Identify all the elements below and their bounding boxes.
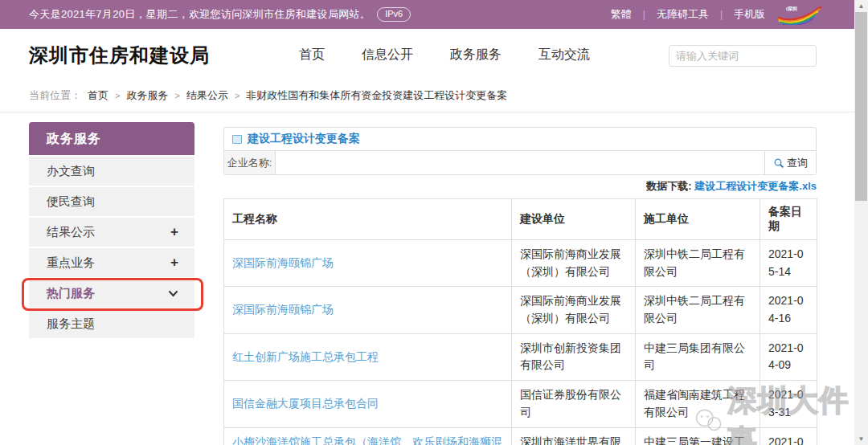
breadcrumb-separator: >: [235, 91, 240, 100]
sidebar-item-label: 结果公示: [47, 225, 95, 240]
breadcrumb-results[interactable]: 结果公示: [186, 88, 228, 103]
builder-unit-cell: 深圳中铁二局工程有限公司: [636, 287, 760, 333]
builder-unit-cell: 福建省闽南建筑工程有限公司: [636, 381, 760, 427]
company-name-input[interactable]: [276, 151, 764, 174]
sidebar-item-label: 便民查询: [47, 194, 95, 210]
welcome-text: 今天是2021年7月20日，星期二，欢迎您访问深圳市住房和建设局网站。: [29, 7, 371, 22]
breadcrumb-home[interactable]: 首页: [88, 88, 108, 103]
scroll-up-arrow-icon[interactable]: ▲: [854, 0, 868, 12]
download-row: 数据下载: 建设工程设计变更备案.xls: [223, 179, 817, 195]
divider-line: [0, 112, 868, 112]
separator: |: [720, 9, 723, 20]
col-builder-unit: 施工单位: [636, 199, 760, 240]
nav-home[interactable]: 首页: [299, 47, 325, 63]
magnifier-icon: [773, 157, 784, 169]
table-row: 深国际前海颐锦广场 深国际前海商业发展（深圳）有限公司 深圳中铁二局工程有限公司…: [224, 287, 817, 333]
site-search-input[interactable]: [676, 50, 817, 62]
query-button-label: 查询: [787, 156, 808, 170]
panel-header: 建设工程设计变更备案 企业名称: 查询: [223, 127, 817, 175]
topbar-links: 繁體 | 无障碍工具 | 手机版 i深圳: [611, 4, 823, 25]
plus-icon: +: [170, 255, 178, 271]
company-name-field-wrap: [276, 151, 764, 174]
site-search-box: [669, 45, 817, 67]
nav-government-services[interactable]: 政务服务: [450, 47, 502, 63]
col-construction-unit: 建设单位: [512, 199, 636, 240]
breadcrumb-current: 非财政性国有和集体所有资金投资建设工程设计变更备案: [246, 88, 507, 103]
records-table: 工程名称 建设单位 施工单位 备案日期 深国际前海颐锦广场 深国际前海商业发展（…: [223, 198, 817, 445]
sidebar-item-service-topics[interactable]: 服务主题: [29, 309, 194, 338]
construction-unit-cell: 深圳市海洋世界有限公司: [512, 427, 636, 445]
download-label: 数据下载:: [646, 180, 691, 192]
company-name-label: 企业名称:: [224, 151, 276, 174]
breadcrumb-label: 当前位置：: [29, 88, 81, 103]
builder-unit-cell: 中建三局集团有限公司: [636, 333, 760, 380]
accessibility-tools-link[interactable]: 无障碍工具: [657, 7, 709, 22]
panel-title-row: 建设工程设计变更备案: [224, 128, 816, 150]
sidebar-item-label: 重点业务: [47, 255, 95, 271]
panel-title: 建设工程设计变更备案: [248, 132, 360, 146]
sidebar-item-key-business[interactable]: 重点业务 +: [29, 248, 194, 277]
construction-unit-cell: 深圳市创新投资集团有限公司: [512, 333, 636, 380]
sidebar-item-document-query[interactable]: 办文查询: [29, 157, 194, 186]
page: 今天是2021年7月20日，星期二，欢迎您访问深圳市住房和建设局网站。 IPv6…: [0, 0, 868, 445]
project-link[interactable]: 深国际前海颐锦广场: [232, 256, 334, 269]
sidebar-item-label: 热门服务: [47, 286, 95, 301]
scrollbar-thumb[interactable]: [855, 12, 867, 201]
record-date-cell: 2021-04-09: [760, 333, 817, 380]
main-nav: 首页 信息公开 政务服务 互动交流: [299, 47, 590, 63]
traditional-chinese-link[interactable]: 繁體: [611, 7, 632, 22]
col-record-date: 备案日期: [760, 199, 817, 240]
record-date-cell: 2021-05-14: [760, 240, 817, 287]
breadcrumb-separator: >: [174, 91, 179, 100]
construction-unit-cell: 国信证券股份有限公司: [512, 381, 636, 427]
nav-interaction[interactable]: 互动交流: [538, 47, 590, 63]
main-content: 建设工程设计变更备案 企业名称: 查询 数据下载: 建设工程设计变更备案.xls: [223, 127, 817, 445]
download-xls-link[interactable]: 建设工程设计变更备案.xls: [694, 180, 817, 192]
mobile-version-link[interactable]: 手机版: [734, 7, 765, 22]
sidebar-item-label: 办文查询: [47, 164, 95, 179]
sidebar-item-results-publicity[interactable]: 结果公示 +: [29, 218, 194, 247]
record-date-cell: 2021-04-16: [760, 287, 817, 333]
col-project-name: 工程名称: [224, 199, 512, 240]
builder-unit-cell: 深圳中铁二局工程有限公司: [636, 240, 760, 287]
ipv6-badge: IPv6: [377, 7, 411, 22]
table-row: 国信金融大厦项目总承包合同 国信证券股份有限公司 福建省闽南建筑工程有限公司 2…: [224, 381, 817, 427]
project-link[interactable]: 小梅沙海洋馆施工总承包（海洋馆、欢乐剧场和海狮混养、鲸豚馆、展示服务中心、游客服…: [232, 435, 502, 445]
panel-title-icon: [232, 135, 242, 144]
chevron-down-icon: [168, 290, 178, 297]
sidebar-item-label: 服务主题: [47, 316, 95, 332]
record-date-cell: 2021-03-31: [760, 381, 817, 427]
svg-text:i深圳: i深圳: [786, 6, 797, 11]
sidebar-item-convenience-query[interactable]: 便民查询: [29, 187, 194, 216]
project-link[interactable]: 深国际前海颐锦广场: [232, 303, 334, 316]
table-header-row: 工程名称 建设单位 施工单位 备案日期: [224, 199, 817, 240]
sidebar-item-hot-services[interactable]: 热门服务: [29, 279, 194, 308]
construction-unit-cell: 深国际前海商业发展（深圳）有限公司: [512, 287, 636, 333]
table-row: 深国际前海颐锦广场 深国际前海商业发展（深圳）有限公司 深圳中铁二局工程有限公司…: [224, 240, 817, 287]
record-date-cell: 2021-03-23: [760, 427, 817, 445]
breadcrumb-services[interactable]: 政务服务: [126, 88, 168, 103]
breadcrumb-separator: >: [115, 91, 120, 100]
scroll-down-arrow-icon[interactable]: ▼: [854, 433, 868, 445]
project-link[interactable]: 国信金融大厦项目总承包合同: [232, 397, 379, 410]
site-header: 深圳市住房和建设局 首页 信息公开 政务服务 互动交流: [0, 29, 868, 80]
top-bar: 今天是2021年7月20日，星期二，欢迎您访问深圳市住房和建设局网站。 IPv6…: [0, 0, 868, 29]
site-title: 深圳市住房和建设局: [29, 43, 210, 68]
vertical-scrollbar[interactable]: ▲ ▼: [854, 0, 868, 445]
plus-icon: +: [170, 224, 178, 240]
separator: |: [643, 9, 645, 20]
table-row: 红土创新广场施工总承包工程 深圳市创新投资集团有限公司 中建三局集团有限公司 2…: [224, 333, 817, 380]
breadcrumb: 当前位置： 首页 > 政务服务 > 结果公示 > 非财政性国有和集体所有资金投资…: [29, 88, 507, 103]
construction-unit-cell: 深国际前海商业发展（深圳）有限公司: [512, 240, 636, 287]
nav-info-disclosure[interactable]: 信息公开: [362, 47, 413, 63]
query-button[interactable]: 查询: [764, 151, 816, 174]
builder-unit-cell: 中建三局第一建设工程有限责任公司: [636, 427, 760, 445]
project-link[interactable]: 红土创新广场施工总承包工程: [232, 350, 379, 363]
table-row: 小梅沙海洋馆施工总承包（海洋馆、欢乐剧场和海狮混养、鲸豚馆、展示服务中心、游客服…: [224, 427, 817, 445]
sidebar: 政务服务 办文查询 便民查询 结果公示 + 重点业务 + 热门服务 服务主题: [29, 122, 194, 338]
company-search-row: 企业名称: 查询: [224, 150, 816, 174]
sidebar-header: 政务服务: [29, 122, 194, 155]
rainbow-swoosh-logo-icon: i深圳: [776, 4, 823, 25]
